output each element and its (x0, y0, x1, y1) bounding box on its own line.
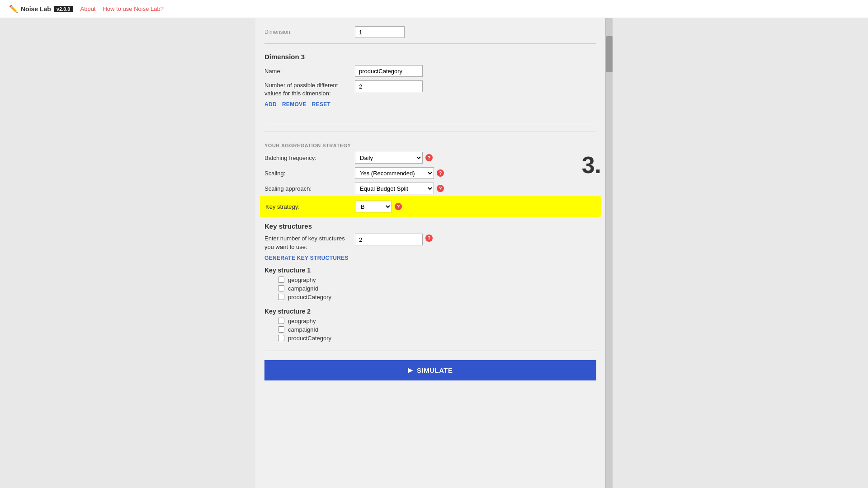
reset-link[interactable]: RESET (312, 101, 331, 108)
simulate-section: ▶ SIMULATE (264, 351, 596, 385)
dimension3-block: Dimension 3 Name: Number of possible dif… (264, 49, 596, 118)
how-to-link[interactable]: How to use Noise Lab? (103, 5, 163, 12)
aggregation-divider (264, 124, 596, 124)
ks2-productcategory-checkbox[interactable] (278, 335, 284, 341)
about-link[interactable]: About (80, 5, 96, 12)
dimension-actions: ADD REMOVE RESET (264, 101, 596, 108)
ks2-productcategory-label: productCategory (288, 335, 331, 342)
batching-label: Batching frequency: (264, 155, 355, 161)
simulate-button[interactable]: ▶ SIMULATE (264, 360, 596, 380)
scaling-select[interactable]: Yes (Recommended) No (355, 167, 434, 179)
top-dim-label: Dimension: (264, 29, 355, 35)
key-strategy-label: Key strategy: (265, 203, 356, 210)
remove-link[interactable]: REMOVE (282, 101, 307, 108)
batching-row: Batching frequency: Daily Weekly Monthly… (264, 152, 596, 164)
scaling-approach-help-icon[interactable]: ? (437, 185, 444, 192)
add-link[interactable]: ADD (264, 101, 277, 108)
scroll-area[interactable]: Dimension: Dimension 3 Name: Number of p… (255, 18, 605, 488)
version-badge: v2.0.0 (54, 6, 73, 12)
scroll-indicator (605, 18, 613, 488)
key-structures-section: Key structures Enter number of key struc… (264, 222, 596, 341)
center-panel: Dimension: Dimension 3 Name: Number of p… (255, 18, 613, 488)
generate-link[interactable]: GENERATE KEY STRUCTURES (264, 255, 596, 261)
key-strategy-help-icon[interactable]: ? (395, 203, 402, 210)
ks2-campaignid-checkbox[interactable] (278, 326, 284, 333)
batching-select[interactable]: Daily Weekly Monthly (355, 152, 423, 164)
num-values-row: Number of possible different values for … (264, 80, 596, 98)
navbar: ✏️ Noise Lab v2.0.0 About How to use Noi… (0, 0, 868, 18)
key-structure-2: Key structure 2 geography campaignId pro… (264, 308, 596, 342)
key-structure-1-title: Key structure 1 (264, 267, 596, 274)
ks2-campaignid-item: campaignId (278, 326, 596, 333)
aggregation-section: YOUR AGGREGATION STRATEGY Batching frequ… (264, 131, 596, 217)
ks2-campaignid-label: campaignId (288, 326, 318, 333)
scaling-help-icon[interactable]: ? (437, 169, 444, 177)
simulate-label: SIMULATE (417, 366, 453, 374)
num-values-input[interactable] (355, 80, 423, 92)
content: Dimension: Dimension 3 Name: Number of p… (255, 18, 605, 394)
ks1-geography-checkbox[interactable] (278, 277, 284, 283)
key-strategy-row: Key strategy: B A C ? (260, 196, 601, 217)
ks1-campaignid-label: campaignId (288, 285, 318, 292)
key-structure-2-title: Key structure 2 (264, 308, 596, 315)
key-structure-1: Key structure 1 geography campaignId pro… (264, 267, 596, 300)
key-strategy-select[interactable]: B A C (356, 201, 392, 212)
batching-help-icon[interactable]: ? (425, 154, 433, 161)
name-input[interactable] (355, 65, 423, 77)
num-structures-label: Enter number of key structures you want … (264, 234, 355, 251)
ks1-productcategory-item: productCategory (278, 294, 596, 300)
ks2-geography-label: geography (288, 318, 316, 324)
ks1-campaignid-item: campaignId (278, 285, 596, 292)
scroll-thumb (606, 36, 613, 72)
ks2-geography-checkbox[interactable] (278, 318, 284, 324)
ks1-campaignid-checkbox[interactable] (278, 285, 284, 291)
num-structures-input[interactable] (355, 234, 423, 245)
aggregation-label: YOUR AGGREGATION STRATEGY (264, 143, 596, 148)
annotation-3: 3. (582, 151, 601, 178)
scaling-label: Scaling: (264, 170, 355, 177)
num-structures-row: Enter number of key structures you want … (264, 234, 596, 251)
num-structures-help-icon[interactable]: ? (425, 235, 433, 242)
num-values-label: Number of possible different values for … (264, 80, 355, 98)
app-title: Noise Lab (21, 5, 51, 13)
pencil-icon: ✏️ (9, 5, 18, 13)
main-container: Dimension: Dimension 3 Name: Number of p… (0, 18, 868, 488)
ks1-productcategory-checkbox[interactable] (278, 294, 284, 300)
scaling-approach-select[interactable]: Equal Budget Split (355, 183, 434, 194)
key-structures-title: Key structures (264, 222, 596, 230)
dimension3-title: Dimension 3 (264, 53, 596, 61)
section-divider (264, 43, 596, 44)
top-dim-input[interactable] (355, 26, 405, 38)
ks1-productcategory-label: productCategory (288, 294, 331, 300)
play-icon: ▶ (408, 366, 413, 374)
ks2-productcategory-item: productCategory (278, 335, 596, 342)
ks1-geography-item: geography (278, 277, 596, 283)
scaling-approach-row: Scaling approach: Equal Budget Split ? (264, 183, 596, 194)
ks1-geography-label: geography (288, 277, 316, 283)
name-row: Name: (264, 65, 596, 77)
scaling-approach-label: Scaling approach: (264, 185, 355, 192)
scaling-row: Scaling: Yes (Recommended) No ? (264, 167, 596, 179)
ks2-geography-item: geography (278, 318, 596, 324)
navbar-logo: ✏️ Noise Lab v2.0.0 (9, 5, 73, 13)
top-partial-row: Dimension: (264, 23, 596, 38)
name-label: Name: (264, 68, 355, 75)
